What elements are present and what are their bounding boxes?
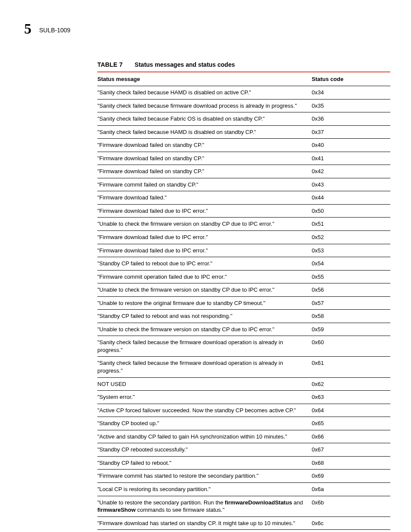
cell-code: 0x43: [311, 178, 390, 191]
col-header-code: Status code: [311, 72, 390, 86]
table-row: "Standby CP failed to reboot and was not…: [97, 310, 390, 323]
table-row: "Firmware download failed due to IPC err…: [97, 204, 390, 218]
status-table: Status message Status code "Sanity check…: [97, 72, 390, 532]
cell-message: "System error.": [97, 391, 311, 404]
cell-code: 0x6b: [311, 496, 390, 516]
cell-message: "Sanity check failed because the firmwar…: [97, 357, 311, 377]
table-row: "Standby CP failed to reboot."0x68: [97, 456, 390, 470]
table-label: TABLE 7: [97, 61, 123, 68]
table-caption: TABLE 7 Status messages and status codes: [97, 61, 390, 68]
cell-message: "Firmware download failed on standby CP.…: [97, 152, 311, 165]
cell-code: 0x62: [311, 377, 390, 391]
cell-message: "Sanity check failed because firmware do…: [97, 99, 311, 112]
cell-code: 0x64: [311, 404, 390, 417]
cell-code: 0x37: [311, 125, 390, 139]
cell-code: 0x52: [311, 231, 390, 244]
cell-message: "Unable to check the firmware version on…: [97, 218, 311, 231]
table-row: "Firmware commit failed on standby CP."0…: [97, 178, 390, 191]
cell-message: "Local CP is restoring its secondary par…: [97, 482, 311, 496]
table-row: "Firmware download failed on standby CP.…: [97, 152, 390, 165]
cell-message: "Active CP forced failover succeeded. No…: [97, 404, 311, 417]
chapter-number: 5: [24, 21, 31, 37]
cell-message: "Sanity check failed because HAMD is dis…: [97, 125, 311, 139]
cell-message: "Standby CP failed to reboot and was not…: [97, 310, 311, 323]
table-row: "Firmware download has started on standb…: [97, 516, 390, 530]
cell-message: "Sanity check failed because Fabric OS i…: [97, 112, 311, 126]
table-row: "Firmware download failed due to IPC err…: [97, 244, 390, 257]
cell-message: "Firmware download failed due to IPC err…: [97, 244, 311, 257]
cell-code: 0x42: [311, 165, 390, 178]
cell-code: 0x6c: [311, 516, 390, 530]
table-row: "Sanity check failed because the firmwar…: [97, 336, 390, 357]
cell-message: "Active and standby CP failed to gain HA…: [97, 430, 311, 443]
table-row: "Sanity check failed because Fabric OS i…: [97, 112, 390, 126]
header-code: SULB-1009: [39, 27, 70, 34]
cell-code: 0x36: [311, 112, 390, 126]
table-row: "Sanity check failed because firmware do…: [97, 99, 390, 112]
table-row: "Firmware commit operation failed due to…: [97, 270, 390, 283]
table-row: "Unable to restore the original firmware…: [97, 296, 390, 310]
table-row: "Sanity check failed because HAMD is dis…: [97, 125, 390, 139]
cell-message: NOT USED: [97, 377, 311, 391]
table-header-row: Status message Status code: [97, 72, 390, 86]
cell-code: 0x56: [311, 283, 390, 297]
cell-code: 0x67: [311, 443, 390, 457]
cell-code: 0x50: [311, 204, 390, 218]
cell-code: 0x58: [311, 310, 390, 323]
table-row: "Local CP is restoring its secondary par…: [97, 482, 390, 496]
cell-message: "Standby CP failed to reboot due to IPC …: [97, 257, 311, 271]
table-row: "Firmware download failed."0x44: [97, 191, 390, 205]
cell-message: "Firmware download failed on standby CP.…: [97, 139, 311, 152]
table-row: "Sanity check failed because HAMD is dis…: [97, 86, 390, 100]
cell-code: 0x57: [311, 296, 390, 310]
table-row: "Unable to restore the secondary partiti…: [97, 496, 390, 516]
table-row: "Standby CP booted up."0x65: [97, 417, 390, 430]
table-wrap: TABLE 7 Status messages and status codes…: [97, 61, 390, 532]
table-row: "Active and standby CP failed to gain HA…: [97, 430, 390, 443]
cell-message: "Standby CP failed to reboot.": [97, 456, 311, 470]
cell-message: "Unable to check the firmware version on…: [97, 283, 311, 297]
cell-message: "Firmware download has started on standb…: [97, 516, 311, 530]
cell-code: 0x44: [311, 191, 390, 205]
page-header: 5 SULB-1009: [24, 21, 387, 37]
cell-code: 0x63: [311, 391, 390, 404]
cell-code: 0x34: [311, 86, 390, 100]
cell-message: "Firmware download failed due to IPC err…: [97, 204, 311, 218]
table-row: "Sanity check failed because the firmwar…: [97, 357, 390, 377]
cell-message: "Standby CP booted up.": [97, 417, 311, 430]
cell-message: "Firmware download failed on standby CP.…: [97, 165, 311, 178]
cell-code: 0x51: [311, 218, 390, 231]
table-row: "Unable to check the firmware version on…: [97, 283, 390, 297]
cell-message: "Firmware download has completed success…: [97, 530, 311, 532]
cell-message: "Firmware commit has started to restore …: [97, 470, 311, 483]
cell-code: 0x41: [311, 152, 390, 165]
cell-code: 0x68: [311, 456, 390, 470]
cell-code: 0x59: [311, 323, 390, 336]
cell-code: 0x6a: [311, 482, 390, 496]
cell-message: "Firmware download failed due to IPC err…: [97, 231, 311, 244]
col-header-message: Status message: [97, 72, 311, 86]
table-row: "Firmware download failed due to IPC err…: [97, 231, 390, 244]
cell-message: "Unable to check the firmware version on…: [97, 323, 311, 336]
cell-message: "Unable to restore the secondary partiti…: [97, 496, 311, 516]
table-row: "Active CP forced failover succeeded. No…: [97, 404, 390, 417]
cell-code: 0x61: [311, 357, 390, 377]
table-title: Status messages and status codes: [135, 61, 235, 68]
cell-message: "Standby CP rebooted successfully.": [97, 443, 311, 457]
cell-message: "Firmware commit failed on standby CP.": [97, 178, 311, 191]
cell-code: 0x55: [311, 270, 390, 283]
table-row: NOT USED0x62: [97, 377, 390, 391]
cell-code: 0x53: [311, 244, 390, 257]
cell-message: "Sanity check failed because the firmwar…: [97, 336, 311, 357]
table-row: "Firmware download failed on standby CP.…: [97, 139, 390, 152]
cell-code: 0x6d: [311, 530, 390, 532]
table-row: "Firmware download failed on standby CP.…: [97, 165, 390, 178]
cell-message: "Firmware commit operation failed due to…: [97, 270, 311, 283]
table-row: "Firmware download has completed success…: [97, 530, 390, 532]
cell-message: "Firmware download failed.": [97, 191, 311, 205]
cell-code: 0x65: [311, 417, 390, 430]
page: 5 SULB-1009 TABLE 7 Status messages and …: [0, 0, 411, 532]
cell-message: "Sanity check failed because HAMD is dis…: [97, 86, 311, 100]
cell-message: "Unable to restore the original firmware…: [97, 296, 311, 310]
cell-code: 0x69: [311, 470, 390, 483]
